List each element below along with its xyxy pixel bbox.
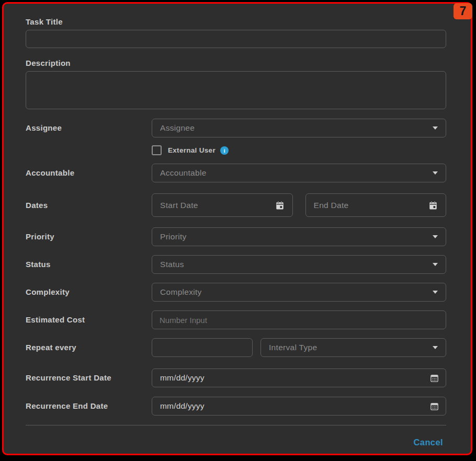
status-placeholder: Status: [160, 260, 184, 269]
recurrence-start-date-input[interactable]: mm/dd/yyyy: [152, 368, 446, 387]
repeat-every-row: Repeat every Interval Type: [26, 338, 446, 357]
dates-row: Dates Start Date End Date: [26, 193, 446, 217]
priority-placeholder: Priority: [160, 232, 187, 241]
chevron-down-icon: [433, 346, 438, 349]
recurrence-end-date-input[interactable]: mm/dd/yyyy: [152, 397, 446, 416]
complexity-placeholder: Complexity: [160, 287, 202, 297]
accountable-placeholder: Accountable: [160, 168, 207, 178]
estimated-cost-control: [152, 310, 446, 329]
status-row: Status Status: [26, 255, 446, 274]
interval-type-placeholder: Interval Type: [269, 343, 317, 352]
description-field: Description: [26, 57, 446, 109]
assignee-row: Assignee Assignee: [26, 119, 446, 137]
estimated-cost-row: Estimated Cost: [26, 310, 446, 329]
task-title-input[interactable]: [26, 30, 446, 48]
description-label: Description: [26, 57, 446, 69]
interval-type-select[interactable]: Interval Type: [260, 338, 446, 357]
complexity-select[interactable]: Complexity: [152, 283, 446, 302]
priority-row: Priority Priority: [26, 227, 446, 246]
dates-label: Dates: [26, 200, 152, 211]
status-select[interactable]: Status: [152, 255, 446, 274]
assignee-select[interactable]: Assignee: [152, 119, 446, 137]
estimated-cost-label: Estimated Cost: [26, 314, 152, 326]
recurrence-start-date-row: Recurrence Start Date mm/dd/yyyy: [26, 368, 446, 387]
accountable-select[interactable]: Accountable: [152, 164, 446, 182]
description-input[interactable]: [26, 71, 446, 109]
end-date-placeholder: End Date: [314, 201, 349, 210]
chevron-down-icon: [433, 263, 438, 266]
dialog-footer: Cancel: [26, 425, 446, 447]
chevron-down-icon: [433, 126, 438, 130]
calendar-dots-icon: [429, 373, 439, 383]
external-user-label: External User: [168, 146, 216, 154]
external-user-row: External User i: [152, 145, 446, 155]
assignee-label: Assignee: [26, 122, 152, 134]
estimated-cost-input[interactable]: [152, 310, 446, 329]
accountable-row: Accountable Accountable: [26, 164, 446, 182]
priority-label: Priority: [26, 231, 152, 243]
complexity-row: Complexity Complexity: [26, 283, 446, 302]
calendar-icon: [275, 201, 285, 210]
assignee-placeholder: Assignee: [160, 123, 195, 133]
calendar-icon: [428, 201, 438, 210]
chevron-down-icon: [433, 171, 438, 175]
info-icon[interactable]: i: [220, 146, 229, 155]
status-label: Status: [26, 259, 152, 270]
recurrence-start-date-label: Recurrence Start Date: [26, 372, 152, 384]
priority-select[interactable]: Priority: [152, 227, 446, 246]
end-date-input[interactable]: End Date: [305, 193, 447, 217]
repeat-every-label: Repeat every: [26, 342, 152, 353]
task-title-field: Task Title: [26, 16, 446, 48]
cancel-button[interactable]: Cancel: [413, 437, 443, 447]
recurrence-end-date-row: Recurrence End Date mm/dd/yyyy: [26, 397, 446, 416]
chevron-down-icon: [433, 235, 438, 238]
recurrence-start-date-placeholder: mm/dd/yyyy: [160, 373, 205, 383]
start-date-input[interactable]: Start Date: [152, 193, 293, 217]
recurrence-end-date-placeholder: mm/dd/yyyy: [160, 401, 205, 411]
annotation-badge-number: 7: [460, 4, 467, 18]
recurrence-end-date-label: Recurrence End Date: [26, 400, 152, 412]
calendar-dots-icon: [429, 401, 439, 411]
task-form: Task Title Description Assignee Assignee…: [26, 16, 446, 447]
external-user-checkbox[interactable]: [152, 145, 162, 155]
chevron-down-icon: [433, 291, 438, 294]
annotation-badge: 7: [454, 3, 472, 19]
start-date-placeholder: Start Date: [160, 201, 198, 210]
complexity-label: Complexity: [26, 286, 152, 298]
task-title-label: Task Title: [26, 16, 446, 28]
repeat-every-input[interactable]: [152, 338, 253, 357]
repeat-every-controls: Interval Type: [152, 338, 446, 357]
dates-controls: Start Date End Date: [152, 193, 446, 217]
accountable-label: Accountable: [26, 167, 152, 179]
